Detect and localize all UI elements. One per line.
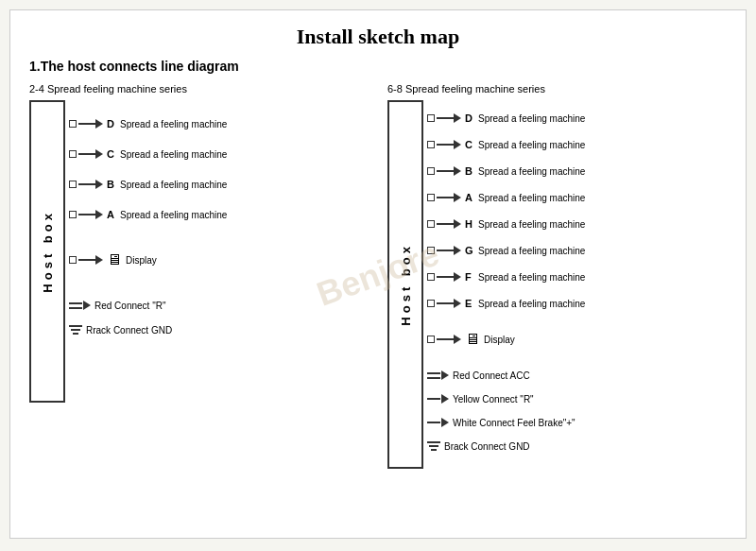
arrow-icon — [95, 119, 103, 129]
display-label: Display — [484, 335, 515, 345]
white-connect-text: White Connect Feel Brake"+" — [453, 418, 576, 428]
text-D: Spread a feeling machine — [478, 113, 585, 124]
conn-square — [427, 247, 435, 254]
conn-square — [427, 114, 435, 122]
text-B: Spread a feeling machine — [120, 180, 227, 190]
red-acc-text: Red Connect ACC — [453, 370, 530, 381]
arrow-icon — [95, 149, 103, 159]
conn-square — [427, 300, 435, 307]
left-diagram-container: Host box D Spread a feeling machine — [29, 100, 369, 403]
conn-line-H-right: H Spread a feeling machine — [427, 214, 727, 234]
conn-line-C-right: C Spread a feeling machine — [427, 134, 727, 155]
right-connections: D Spread a feeling machine C Spread a fe… — [423, 100, 727, 469]
red-connect-text: Red Connect "R" — [94, 301, 165, 311]
text-C: Spread a feeling machine — [478, 140, 585, 150]
arrow-single-icon — [427, 394, 449, 404]
text-A: Spread a feeling machine — [120, 210, 227, 220]
h-line — [437, 144, 454, 146]
arrow-icon — [454, 140, 461, 149]
page: Benjore Install sketch map 1.The host co… — [9, 9, 747, 539]
conn-line-C-left: C Spread a feeling machine — [69, 144, 369, 164]
h-line — [78, 214, 95, 215]
conn-line-E-right: E Spread a feeling machine — [427, 293, 727, 314]
letter-D: D — [107, 118, 116, 129]
arrow-icon — [454, 335, 461, 344]
main-title: Install sketch map — [29, 25, 727, 49]
conn-line-A-right: A Spread a feeling machine — [427, 187, 727, 208]
power-line-yellow: Yellow Connect "R" — [427, 388, 727, 409]
right-diagram-label: 6-8 Spread feeling machine series — [387, 83, 727, 95]
h-line — [437, 338, 454, 340]
letter-E: E — [465, 298, 474, 309]
h-line — [437, 197, 454, 198]
arrow-icon — [95, 180, 103, 189]
h-line — [437, 170, 454, 172]
h-line — [437, 276, 454, 278]
conn-square — [69, 150, 77, 158]
letter-C: C — [107, 148, 116, 160]
arrow-icon — [454, 219, 461, 229]
conn-line-B-left: B Spread a feeling machine — [69, 174, 369, 195]
arrow-icon — [454, 193, 461, 202]
conn-square — [69, 211, 77, 218]
h-line — [437, 250, 454, 251]
conn-line-A-left: A Spread a feeling machine — [69, 204, 369, 225]
power-line-gnd: Rrack Connect GND — [69, 319, 369, 340]
arrow-icon — [454, 299, 461, 308]
power-line-white: White Connect Feel Brake"+" — [427, 412, 727, 433]
letter-A: A — [465, 192, 474, 203]
conn-square — [427, 273, 435, 281]
diagrams-row: 2-4 Spread feeling machine series Host b… — [29, 83, 727, 469]
h-line — [78, 123, 95, 125]
h-line — [437, 302, 454, 304]
yellow-connect-text: Yellow Connect "R" — [453, 394, 534, 405]
left-diagram-label: 2-4 Spread feeling machine series — [29, 83, 369, 95]
text-E: Spread a feeling machine — [478, 299, 585, 309]
display-icon: 🖥 — [107, 251, 122, 268]
letter-F: F — [465, 271, 474, 283]
text-H: Spread a feeling machine — [478, 219, 585, 230]
right-diagram-section: 6-8 Spread feeling machine series Host b… — [387, 83, 727, 469]
text-C: Spread a feeling machine — [120, 149, 227, 160]
left-host-box-label: Host box — [41, 210, 55, 293]
power-line-gnd-right: Brack Connect GND — [427, 436, 727, 456]
arrow-icon — [454, 166, 461, 176]
left-connections: D Spread a feeling machine C Spread a fe… — [65, 100, 369, 403]
right-host-box: Host box — [387, 100, 423, 469]
conn-square — [427, 167, 435, 175]
brack-connect-text: Brack Connect GND — [444, 441, 530, 452]
conn-square — [427, 336, 435, 343]
letter-G: G — [465, 245, 474, 256]
arrow-icon — [454, 246, 461, 255]
letter-D: D — [465, 112, 474, 124]
conn-line-D-left: D Spread a feeling machine — [69, 113, 369, 134]
double-arrow-icon — [69, 301, 91, 310]
conn-line-B-right: B Spread a feeling machine — [427, 161, 727, 181]
conn-square — [69, 181, 77, 188]
h-line — [78, 259, 95, 261]
h-line — [437, 117, 454, 119]
display-label: Display — [126, 255, 157, 266]
left-host-box: Host box — [29, 100, 65, 403]
conn-square — [69, 120, 77, 128]
arrow-single-icon — [427, 418, 449, 427]
double-arrow-icon — [427, 370, 449, 380]
text-G: Spread a feeling machine — [478, 246, 585, 256]
left-power-lines: Red Connect "R" Rra — [69, 295, 369, 340]
letter-H: H — [465, 218, 474, 230]
arrow-icon — [454, 272, 461, 282]
gnd-connect-text: Rrack Connect GND — [86, 325, 172, 336]
left-diagram-section: 2-4 Spread feeling machine series Host b… — [29, 83, 369, 403]
power-line-red-acc: Red Connect ACC — [427, 365, 727, 386]
ground-icon — [69, 325, 82, 335]
letter-B: B — [107, 179, 116, 190]
display-icon: 🖥 — [465, 331, 480, 348]
conn-display-left: 🖥 Display — [69, 250, 369, 270]
arrow-icon — [95, 210, 103, 219]
h-line — [78, 183, 95, 185]
letter-C: C — [465, 139, 474, 150]
arrow-icon — [454, 113, 461, 123]
conn-square — [69, 256, 77, 264]
right-diagram-container: Host box D Spread a feeling machine — [387, 100, 727, 469]
ground-icon — [427, 441, 440, 451]
